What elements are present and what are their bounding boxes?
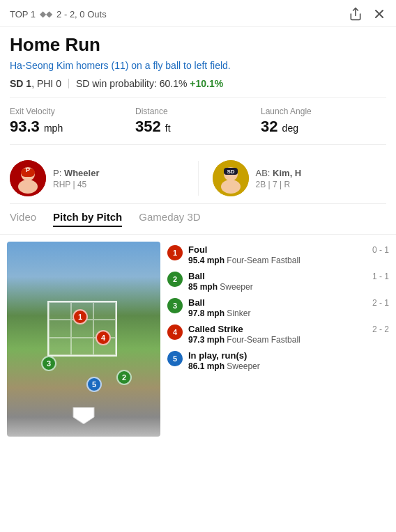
pitch-type-5: In play, run(s) — [188, 350, 247, 361]
tabs-row: Video Pitch by Pitch Gameday 3D — [0, 204, 396, 235]
win-prob-change: +10.1% — [190, 78, 223, 89]
pitch-type-3: Ball — [188, 297, 205, 308]
pitcher-info: P: Wheeler RHP | 45 — [53, 168, 99, 189]
pitch-item-5: 5 In play, run(s) 86.1 mph Sweeper — [167, 350, 389, 371]
sz-cell-3 — [93, 302, 116, 320]
share-icon — [349, 7, 363, 21]
players-row: P P: Wheeler RHP | 45 SD AB: Kim, H — [10, 153, 386, 204]
pitch-count-2: 1 - 1 — [372, 272, 389, 281]
header: TOP 1 ◆◆ 2 - 2, 0 Outs — [0, 0, 396, 27]
pitch-section: 1 2 3 4 5 1 Foul 0 - 1 95.4 mph Four-Sea… — [0, 235, 396, 444]
pitch-item-1: 1 Foul 0 - 1 95.4 mph Four-Seam Fastball — [167, 244, 389, 265]
sz-cell-1 — [49, 302, 71, 320]
pitch-desc-row-4: Called Strike 2 - 2 — [188, 324, 389, 334]
pitch-type-1: Foul — [188, 244, 207, 255]
pitch-details-2: 85 mph Sweeper — [188, 282, 389, 292]
pitch-desc-row-3: Ball 2 - 1 — [188, 297, 389, 308]
pitch-num-1: 1 — [167, 245, 183, 260]
pitch-info-5: In play, run(s) 86.1 mph Sweeper — [188, 350, 389, 371]
pitch-info-1: Foul 0 - 1 95.4 mph Four-Seam Fastball — [188, 244, 389, 265]
pitch-count-3: 2 - 1 — [372, 298, 389, 308]
launch-angle-stat: Launch Angle 32 deg — [261, 107, 386, 136]
svg-point-10 — [221, 180, 241, 194]
svg-text:SD: SD — [227, 169, 234, 175]
pitcher-role: P: Wheeler — [53, 168, 99, 178]
batter-role: AB: Kim, H — [256, 168, 302, 178]
event-description: Ha-Seong Kim homers (11) on a fly ball t… — [10, 60, 386, 71]
inning-label: TOP 1 — [10, 9, 36, 19]
pitcher-detail: RHP | 45 — [53, 180, 99, 189]
pitch-type-2: Ball — [188, 271, 205, 281]
pitch-dot-3: 3 — [41, 356, 56, 371]
sz-cell-8 — [71, 338, 93, 355]
batter-detail: 2B | 7 | R — [256, 180, 302, 189]
pitch-dot-2: 2 — [116, 370, 132, 385]
score-row: SD 1, PHI 0 SD win probability: 60.1% +1… — [10, 78, 386, 89]
pitch-info-4: Called Strike 2 - 2 97.3 mph Four-Seam F… — [188, 324, 389, 345]
exit-velocity-value: 93.3 mph — [10, 118, 135, 136]
pitcher-avatar: P — [10, 160, 46, 196]
pitches-list: 1 Foul 0 - 1 95.4 mph Four-Seam Fastball… — [167, 242, 389, 437]
count-label: 2 - 2, 0 Outs — [56, 9, 107, 19]
pitch-details-1: 95.4 mph Four-Seam Fastball — [188, 256, 389, 265]
pitch-info-3: Ball 2 - 1 97.8 mph Sinker — [188, 297, 389, 318]
header-info: TOP 1 ◆◆ 2 - 2, 0 Outs — [10, 9, 349, 19]
svg-point-5 — [18, 180, 38, 194]
pitch-dot-1: 1 — [73, 309, 88, 324]
diamond-icon: ◆◆ — [40, 9, 52, 19]
home-plate-icon — [70, 407, 98, 424]
exit-velocity-label: Exit Velocity — [10, 107, 135, 116]
player-divider — [198, 161, 199, 196]
batter-avatar: SD — [213, 160, 249, 196]
pitch-zone: 1 2 3 4 5 — [7, 242, 160, 437]
pitch-desc-row-1: Foul 0 - 1 — [188, 244, 389, 255]
header-actions — [349, 7, 386, 21]
batter-avatar-icon: SD — [213, 160, 249, 196]
team1-score: SD 1 — [10, 78, 31, 89]
pitch-item-3: 3 Ball 2 - 1 97.8 mph Sinker — [167, 297, 389, 318]
exit-velocity-stat: Exit Velocity 93.3 mph — [10, 107, 135, 136]
pitch-num-2: 2 — [167, 272, 183, 287]
pitch-item-2: 2 Ball 1 - 1 85 mph Sweeper — [167, 271, 389, 292]
pitch-details-5: 86.1 mph Sweeper — [188, 361, 389, 371]
stats-row: Exit Velocity 93.3 mph Distance 352 ft L… — [10, 97, 386, 145]
score-text: SD 1, PHI 0 — [10, 78, 61, 89]
tab-pitch-by-pitch[interactable]: Pitch by Pitch — [53, 211, 122, 227]
main-content: Home Run Ha-Seong Kim homers (11) on a f… — [0, 27, 396, 204]
pitcher-avatar-icon: P — [10, 160, 46, 196]
batter-info: AB: Kim, H 2B | 7 | R — [256, 168, 302, 189]
svg-text:P: P — [26, 166, 30, 173]
score-divider — [68, 79, 69, 88]
tab-video[interactable]: Video — [10, 211, 36, 227]
sz-cell-4 — [49, 320, 71, 337]
share-button[interactable] — [349, 7, 363, 21]
pitch-details-3: 97.8 mph Sinker — [188, 308, 389, 318]
win-prob: SD win probability: 60.1% +10.1% — [76, 78, 223, 89]
distance-stat: Distance 352 ft — [135, 107, 261, 136]
pitcher-block: P P: Wheeler RHP | 45 — [10, 160, 184, 196]
batter-block: SD AB: Kim, H 2B | 7 | R — [213, 160, 387, 196]
pitch-dot-5: 5 — [86, 377, 102, 392]
pitch-dot-4: 4 — [96, 330, 111, 345]
pitch-desc-row-2: Ball 1 - 1 — [188, 271, 389, 281]
launch-angle-label: Launch Angle — [261, 107, 386, 116]
sz-cell-7 — [49, 338, 71, 355]
distance-value: 352 ft — [135, 118, 261, 136]
distance-label: Distance — [135, 107, 261, 116]
pitch-item-4: 4 Called Strike 2 - 2 97.3 mph Four-Seam… — [167, 324, 389, 345]
pitch-details-4: 97.3 mph Four-Seam Fastball — [188, 335, 389, 345]
event-title: Home Run — [10, 34, 386, 56]
launch-angle-value: 32 deg — [261, 118, 386, 136]
svg-marker-13 — [73, 407, 94, 424]
pitch-type-4: Called Strike — [188, 324, 243, 334]
pitch-count-4: 2 - 2 — [372, 324, 389, 334]
tab-gameday-3d[interactable]: Gameday 3D — [139, 211, 200, 227]
pitch-desc-row-5: In play, run(s) — [188, 350, 389, 361]
pitch-count-1: 0 - 1 — [372, 245, 389, 255]
close-icon — [372, 7, 386, 21]
pitch-num-4: 4 — [167, 324, 183, 340]
pitch-num-3: 3 — [167, 298, 183, 313]
pitch-num-5: 5 — [167, 351, 183, 366]
pitch-info-2: Ball 1 - 1 85 mph Sweeper — [188, 271, 389, 292]
close-button[interactable] — [372, 7, 386, 21]
